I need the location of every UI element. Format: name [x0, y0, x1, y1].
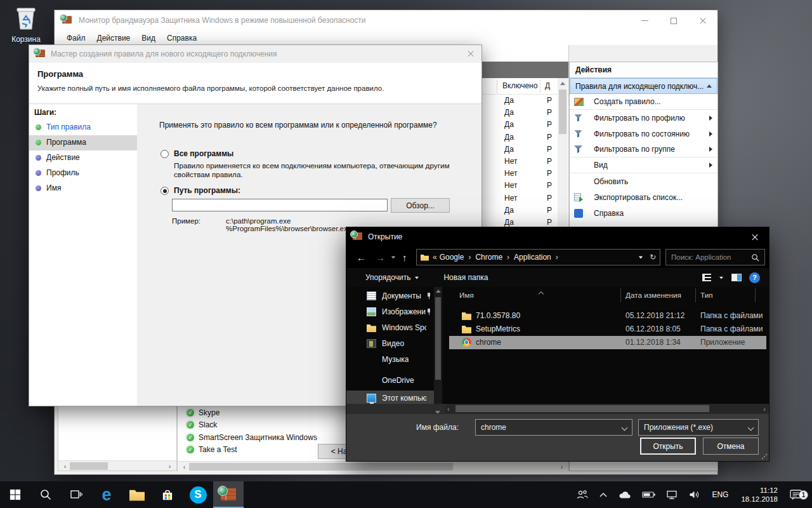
breadcrumb-separator-icon[interactable]: ›	[502, 253, 514, 262]
scroll-right-icon[interactable]: ›	[763, 404, 766, 413]
scrollbar-thumb[interactable]	[435, 297, 441, 380]
preview-pane-icon[interactable]	[731, 274, 742, 281]
column-header-type[interactable]: Тип	[700, 291, 712, 299]
language-indicator[interactable]: ENG	[705, 490, 735, 499]
open-dialog-close-button[interactable]	[740, 227, 769, 246]
column-header-name[interactable]: Имя	[459, 291, 474, 299]
cancel-button[interactable]: Отмена	[703, 438, 759, 455]
action-item[interactable]: Фильтровать по состоянию	[570, 126, 717, 142]
scroll-left-icon[interactable]: ‹	[447, 404, 450, 413]
battery-icon[interactable]	[637, 490, 661, 499]
wizard-step[interactable]: Тип правила	[29, 120, 137, 135]
open-button[interactable]: Открыть	[640, 438, 696, 455]
sidebar-item[interactable]: Этот компьютер	[346, 391, 434, 404]
taskbar-skype-button[interactable]: S	[183, 481, 213, 508]
program-path-input[interactable]	[172, 199, 388, 211]
scroll-up-arrow-icon[interactable]	[558, 78, 568, 88]
radio-all-programs[interactable]	[160, 150, 169, 158]
rules-horizontal-scrollbar[interactable]: ‹ ›	[178, 461, 568, 471]
taskbar-search-button[interactable]	[30, 481, 61, 508]
search-box[interactable]: Поиск: Application	[665, 249, 765, 265]
scrollbar-thumb[interactable]	[559, 90, 566, 134]
scroll-right-icon[interactable]: ›	[556, 462, 567, 471]
action-item[interactable]: Фильтровать по профилю	[570, 110, 717, 126]
wizard-close-icon[interactable]	[468, 50, 474, 57]
menu-item[interactable]: Справка	[161, 34, 202, 43]
address-dropdown-icon[interactable]	[639, 256, 643, 258]
start-button[interactable]	[0, 481, 30, 508]
task-view-button[interactable]	[61, 481, 91, 508]
refresh-icon[interactable]: ↻	[650, 253, 656, 262]
actions-group-header[interactable]: Правила для исходящего подключ...	[570, 78, 717, 94]
wizard-step[interactable]: Действие	[29, 150, 137, 166]
column-header-date[interactable]: Дата изменения	[625, 291, 681, 299]
scrollbar-thumb[interactable]	[70, 462, 108, 470]
new-folder-button[interactable]: Новая папка	[443, 273, 488, 282]
sidebar-item[interactable]: Документы	[346, 288, 434, 304]
breadcrumb-item[interactable]: Google	[440, 253, 464, 262]
filename-combobox[interactable]: chrome	[475, 419, 632, 436]
action-center-button[interactable]: 1	[784, 488, 812, 501]
wizard-step[interactable]: Имя	[29, 181, 137, 196]
action-item[interactable]: Создать правило...	[570, 94, 717, 110]
wizard-step[interactable]: Программа	[29, 135, 137, 150]
column-header-enabled[interactable]: Включено	[502, 81, 537, 90]
action-item[interactable]: Справка	[570, 205, 717, 221]
breadcrumb-item[interactable]: Application	[514, 253, 551, 262]
radio-program-path[interactable]	[160, 187, 169, 195]
sidebar-item[interactable]: Музыка	[346, 352, 434, 368]
menu-item[interactable]: Действие	[91, 34, 136, 43]
menu-item[interactable]: Файл	[61, 34, 91, 43]
radio-all-programs-label[interactable]: Все программы	[174, 149, 233, 158]
file-list-horizontal-scrollbar[interactable]: ‹ ›	[445, 404, 768, 413]
volume-icon[interactable]	[684, 490, 705, 500]
sidebar-item[interactable]: Изображени	[346, 304, 434, 320]
taskbar-edge-button[interactable]: e	[91, 481, 122, 508]
sidebar-item[interactable]: Видео	[346, 336, 434, 352]
people-icon[interactable]	[571, 489, 594, 500]
action-item[interactable]: Фильтровать по группе	[570, 142, 717, 157]
breadcrumb-item[interactable]: Chrome	[475, 253, 502, 262]
tree-horizontal-scrollbar[interactable]: ‹ ›	[58, 460, 176, 471]
resize-grip[interactable]	[762, 454, 767, 459]
view-mode-icon[interactable]	[702, 274, 711, 281]
chevron-down-icon[interactable]	[622, 424, 628, 431]
onedrive-cloud-icon[interactable]	[613, 490, 637, 500]
breadcrumb-separator-icon[interactable]: ›	[464, 253, 475, 262]
taskbar-explorer-button[interactable]	[122, 481, 152, 508]
maximize-button[interactable]	[659, 10, 688, 31]
action-item[interactable]: Экспортировать список...	[570, 189, 717, 205]
taskbar-firewall-button[interactable]	[213, 481, 244, 508]
scrollbar-thumb[interactable]	[455, 405, 709, 412]
filetype-combobox[interactable]: Приложения (*.exe)	[638, 419, 759, 436]
file-row[interactable]: 71.0.3578.80 05.12.2018 21:12 Папка с фа…	[449, 309, 766, 323]
sidebar-scrollbar[interactable]	[434, 287, 442, 404]
breadcrumb-bar[interactable]: « Google› Chrome› Application› ↻	[416, 249, 660, 265]
scroll-left-icon[interactable]: ‹	[60, 461, 70, 471]
action-item[interactable]: Обновить	[570, 173, 717, 189]
forward-icon[interactable]: →	[376, 246, 385, 268]
scroll-right-icon[interactable]: ›	[164, 461, 175, 471]
scroll-left-icon[interactable]: ‹	[179, 462, 190, 471]
taskbar-store-button[interactable]	[152, 481, 183, 508]
firewall-titlebar[interactable]: Монитор брандмауэра Защитника Windows в …	[55, 10, 717, 31]
minimize-button[interactable]	[630, 10, 659, 31]
browse-button[interactable]: Обзор...	[391, 198, 450, 213]
sidebar-item[interactable]: OneDrive	[346, 373, 434, 389]
radio-program-path-label[interactable]: Путь программы:	[174, 186, 240, 195]
action-item[interactable]: Вид	[570, 157, 717, 173]
back-icon[interactable]: ←	[357, 246, 366, 268]
sidebar-item[interactable]: Windows Spotlig	[346, 320, 434, 336]
network-icon[interactable]	[661, 490, 684, 500]
scrollbar-thumb[interactable]	[189, 463, 453, 471]
show-hidden-icons-chevron[interactable]	[594, 491, 613, 498]
wizard-step[interactable]: Профиль	[29, 166, 137, 181]
open-dialog-titlebar[interactable]: Открытие	[346, 227, 769, 246]
column-header-action-partial[interactable]: Д	[545, 81, 550, 90]
breadcrumb-separator-icon[interactable]: ›	[551, 253, 563, 262]
file-row[interactable]: chrome 01.12.2018 1:34 Приложение	[449, 336, 766, 349]
organize-button[interactable]: Упорядочить	[365, 273, 419, 282]
history-dropdown-icon[interactable]	[391, 246, 396, 268]
wizard-titlebar[interactable]: Мастер создания правила для нового исход…	[29, 45, 481, 63]
help-icon[interactable]: ?	[749, 272, 760, 283]
